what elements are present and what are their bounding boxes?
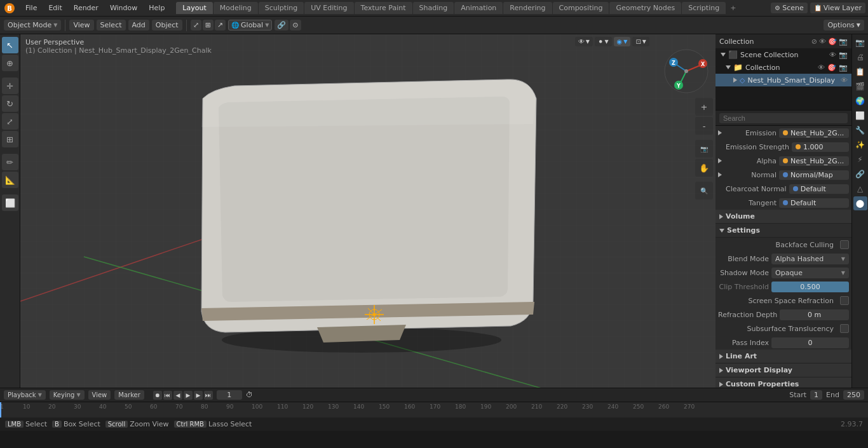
tool-cursor[interactable]: ⊕ [2, 55, 18, 71]
outliner-restrict-btn[interactable]: 🎯 [828, 37, 837, 46]
ssr-checkbox[interactable] [840, 296, 849, 305]
prop-tab-constraints[interactable]: 🔗 [853, 167, 867, 181]
timeline-marker-btn[interactable]: Marker [114, 390, 144, 400]
vp-viewport-shade-btn[interactable]: ⚫ ▼ [595, 37, 612, 46]
ws-tab-rendering[interactable]: Rendering [503, 2, 552, 14]
snap-btn[interactable]: 🔗 [275, 20, 288, 31]
timeline-time-icon[interactable]: ⏱ [246, 391, 253, 399]
prop-tab-output[interactable]: 🖨 [853, 50, 867, 64]
menu-edit[interactable]: Edit [43, 3, 67, 13]
volume-section-header[interactable]: Volume [715, 210, 851, 224]
vp-overlay-btn[interactable]: ⊡ ▼ [632, 37, 649, 46]
emission-strength-value[interactable]: 1.000 [792, 142, 849, 152]
view-layer-selector[interactable]: 📋 View Layer [810, 3, 865, 13]
outliner-item-collection[interactable]: 📁 Collection 👁 🎯 📷 [715, 61, 851, 74]
menu-help[interactable]: Help [144, 3, 170, 13]
prop-tab-render[interactable]: 📷 [853, 36, 867, 50]
normal-expand-icon[interactable] [718, 172, 722, 177]
properties-search-input[interactable] [719, 113, 848, 123]
current-frame-field[interactable]: 1 [217, 390, 242, 400]
alpha-expand-icon[interactable] [718, 158, 722, 163]
add-menu-btn[interactable]: Add [128, 20, 149, 31]
blender-logo[interactable]: B [3, 1, 17, 15]
collection-render[interactable]: 📷 [839, 64, 848, 72]
collection-camera[interactable]: 🎯 [827, 64, 836, 72]
jump-end-btn[interactable]: ⏭ [204, 391, 213, 400]
object-menu-btn[interactable]: Object [152, 20, 182, 31]
tool-annotate[interactable]: ✏ [2, 154, 18, 170]
vp-hand-btn[interactable]: ✋ [695, 159, 713, 177]
prop-tab-scene[interactable]: 🎬 [853, 79, 867, 93]
tool-select-box[interactable]: ↖ [2, 37, 18, 53]
proportional-btn[interactable]: ⊙ [290, 20, 301, 31]
menu-window[interactable]: Window [105, 3, 142, 13]
prop-tab-particles[interactable]: ✨ [853, 138, 867, 152]
prop-tab-view-layer[interactable]: 📋 [853, 65, 867, 79]
transform-icon-1[interactable]: ⤢ [191, 20, 201, 31]
vp-local-view-btn[interactable]: 🔍 [695, 182, 713, 200]
outliner-camera-btn[interactable]: 📷 [839, 37, 848, 46]
mesh-eye[interactable]: 👁 [841, 76, 848, 85]
tool-scale[interactable]: ⤢ [2, 113, 18, 130]
ws-tab-sculpting[interactable]: Sculpting [259, 2, 304, 14]
prop-tab-modifier[interactable]: 🔧 [853, 123, 867, 137]
timeline-track[interactable]: 1 10 20 30 40 50 60 70 80 90 100 110 120… [0, 402, 868, 417]
transform-space-selector[interactable]: 🌐 Global ▼ [228, 20, 272, 31]
prop-tab-physics[interactable]: ⚡ [853, 153, 867, 166]
tool-add-cube[interactable]: ⬜ [2, 194, 18, 211]
ws-tab-add[interactable]: + [726, 3, 740, 13]
scene-selector[interactable]: ⚙ Scene [771, 3, 808, 13]
prop-tab-data[interactable]: △ [853, 182, 867, 196]
vp-render-btn[interactable]: ◉ ▼ [614, 37, 631, 46]
scene-collection-eye[interactable]: 👁 [829, 51, 836, 59]
vp-camera-view-btn[interactable]: 📷 [695, 140, 713, 158]
ws-tab-texture-paint[interactable]: Texture Paint [355, 2, 412, 14]
ws-tab-uv-editing[interactable]: UV Editing [304, 2, 353, 14]
emission-expand-icon[interactable] [718, 130, 722, 135]
custom-props-section-header[interactable]: Custom Properties [715, 377, 851, 388]
blend-mode-dropdown[interactable]: Alpha Hashed ▼ [771, 254, 849, 264]
outliner-item-mesh[interactable]: ◇ Nest_Hub_Smart_Display 👁 [715, 74, 851, 86]
jump-start-btn[interactable]: ⏮ [163, 391, 172, 400]
prev-frame-btn[interactable]: ◀ [173, 391, 182, 400]
tool-rotate[interactable]: ↻ [2, 95, 18, 112]
backface-checkbox[interactable] [840, 240, 849, 249]
ws-tab-modeling[interactable]: Modeling [214, 2, 258, 14]
outliner-item-scene-collection[interactable]: ⬛ Scene Collection 👁 📷 [715, 48, 851, 61]
timeline-playback-btn[interactable]: Playback ▼ [4, 390, 46, 400]
emission-value[interactable]: Nest_Hub_2G... [779, 128, 849, 138]
settings-section-header[interactable]: Settings [715, 224, 851, 238]
ws-tab-shading[interactable]: Shading [413, 2, 454, 14]
line-art-section-header[interactable]: Line Art [715, 350, 851, 363]
clip-threshold-value[interactable]: 0.500 [771, 282, 849, 292]
viewport-display-section-header[interactable]: Viewport Display [715, 363, 851, 377]
pass-index-value[interactable]: 0 [771, 337, 849, 348]
ws-tab-scripting[interactable]: Scripting [682, 2, 726, 14]
vp-zoom-in-btn[interactable]: + [695, 98, 713, 116]
record-btn[interactable]: ⏺ [153, 391, 162, 400]
end-frame-field[interactable]: 250 [843, 390, 864, 400]
menu-render[interactable]: Render [69, 3, 104, 13]
view-menu-btn[interactable]: View [69, 20, 93, 31]
ws-tab-geometry-nodes[interactable]: Geometry Nodes [609, 2, 681, 14]
next-frame-btn[interactable]: ▶ [194, 391, 203, 400]
tool-measure[interactable]: 📐 [2, 172, 18, 188]
mode-selector[interactable]: Object Mode ▼ [4, 20, 61, 31]
vp-zoom-out-btn[interactable]: - [695, 117, 713, 135]
start-frame-field[interactable]: 1 [810, 390, 822, 400]
options-btn[interactable]: Options ▼ [824, 20, 864, 31]
viewport-3d[interactable]: User Perspective (1) Collection | Nest_H… [20, 34, 715, 388]
alpha-value[interactable]: Nest_Hub_2G... [779, 156, 849, 166]
tool-transform[interactable]: ⊞ [2, 131, 18, 147]
timeline-view-btn[interactable]: View [88, 390, 111, 400]
scene-collection-camera[interactable]: 📷 [839, 51, 848, 59]
prop-tab-material[interactable]: ⬤ [853, 196, 867, 210]
outliner-filter-btn[interactable]: ⊘ [811, 37, 817, 46]
transform-icon-3[interactable]: ↗ [215, 20, 226, 31]
prop-tab-world[interactable]: 🌍 [853, 94, 867, 108]
ws-tab-animation[interactable]: Animation [454, 2, 503, 14]
collection-eye[interactable]: 👁 [818, 64, 825, 72]
nav-gizmo[interactable]: X Y Z [662, 47, 710, 95]
shadow-mode-dropdown[interactable]: Opaque ▼ [771, 268, 849, 278]
vp-camera-btn[interactable]: 👁 ▼ [575, 37, 593, 46]
